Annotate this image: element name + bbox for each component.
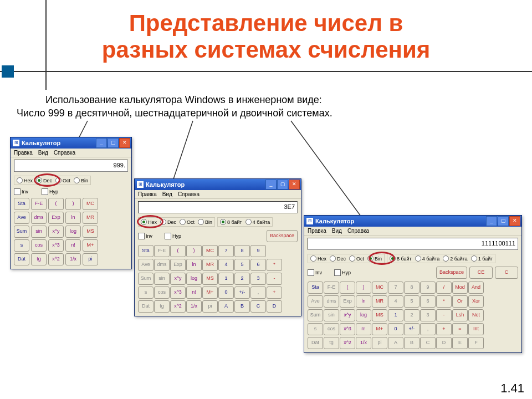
key-mul[interactable]: * (267, 259, 282, 271)
key-exp[interactable]: Exp (48, 212, 64, 224)
key-and[interactable]: And (468, 282, 484, 294)
key-xy[interactable]: x^y (170, 273, 186, 285)
key-x3[interactable]: x^3 (170, 287, 186, 299)
key-nfact[interactable]: n! (356, 323, 371, 335)
key-xy[interactable]: x^y (340, 309, 355, 321)
key-dms[interactable]: dms (154, 259, 170, 271)
radio-4byte[interactable]: 4 байта (415, 255, 440, 262)
key-fe[interactable]: F-E (324, 282, 339, 294)
key-mplus[interactable]: M+ (372, 323, 387, 335)
check-inv[interactable]: Inv (138, 233, 152, 239)
radio-8byte[interactable]: 8 байт (390, 255, 412, 262)
key-log[interactable]: log (356, 309, 371, 321)
maximize-button[interactable]: ▢ (498, 216, 509, 226)
key-dat[interactable]: Dat (308, 337, 323, 349)
key-rparen[interactable]: ) (65, 198, 81, 210)
radio-1byte[interactable]: 1 байт (471, 255, 493, 262)
key-sub[interactable]: - (267, 273, 282, 285)
key-9[interactable]: 9 (250, 245, 266, 257)
radio-bin[interactable]: Bin (74, 177, 88, 183)
radio-dec[interactable]: Dec (160, 219, 176, 225)
key-3[interactable]: 3 (250, 273, 266, 285)
key-pi[interactable]: pi (372, 337, 387, 349)
key-pm[interactable]: +/- (404, 323, 420, 335)
key-exp[interactable]: Exp (170, 259, 186, 271)
key-dms[interactable]: dms (31, 212, 47, 224)
close-button[interactable]: ✕ (509, 216, 520, 226)
menu-help[interactable]: Справка (54, 150, 75, 156)
key-mc[interactable]: MC (372, 282, 387, 294)
key-pi[interactable]: pi (202, 300, 218, 313)
key-ms[interactable]: MS (83, 226, 98, 238)
key-x2[interactable]: x^2 (170, 300, 186, 313)
key-c[interactable]: C (250, 300, 266, 313)
menu-view[interactable]: Вид (162, 191, 172, 197)
key-nfact[interactable]: n! (65, 239, 81, 252)
key-e[interactable]: E (452, 337, 468, 349)
key-4[interactable]: 4 (218, 259, 234, 271)
key-cos[interactable]: cos (31, 239, 47, 252)
key-xy[interactable]: x^y (48, 226, 64, 238)
key-a[interactable]: A (218, 300, 234, 313)
titlebar[interactable]: ⊞ Калькулятор _ ▢ ✕ (135, 179, 301, 190)
key-mplus[interactable]: M+ (83, 239, 98, 252)
key-2[interactable]: 2 (234, 273, 250, 285)
menu-view[interactable]: Вид (38, 150, 48, 156)
key-8[interactable]: 8 (404, 282, 420, 294)
key-log[interactable]: log (65, 226, 81, 238)
key-tg[interactable]: tg (324, 337, 339, 349)
maximize-button[interactable]: ▢ (277, 180, 288, 190)
key-int[interactable]: Int (468, 323, 484, 335)
key-dat[interactable]: Dat (14, 253, 29, 265)
maximize-button[interactable]: ▢ (108, 138, 119, 148)
key-sta[interactable]: Sta (14, 198, 29, 210)
key-rparen[interactable]: ) (356, 282, 371, 294)
key-1[interactable]: 1 (218, 273, 234, 285)
key-f[interactable]: F (468, 337, 484, 349)
check-hyp[interactable]: Hyp (165, 233, 181, 239)
key-x3[interactable]: x^3 (340, 323, 355, 335)
minimize-button[interactable]: _ (486, 216, 497, 226)
key-sin[interactable]: sin (324, 309, 339, 321)
radio-oct[interactable]: Oct (55, 177, 70, 183)
key-ave[interactable]: Ave (308, 295, 323, 308)
radio-oct[interactable]: Oct (180, 219, 195, 225)
key-sum[interactable]: Sum (14, 226, 29, 238)
key-mr[interactable]: MR (83, 212, 98, 224)
key-7[interactable]: 7 (388, 282, 403, 294)
key-b[interactable]: B (234, 300, 250, 313)
key-log[interactable]: log (186, 273, 202, 285)
key-fe[interactable]: F-E (154, 245, 170, 257)
key-rparen[interactable]: ) (186, 245, 202, 257)
menu-edit[interactable]: Правка (308, 228, 326, 234)
key-comma[interactable]: , (250, 287, 266, 299)
radio-bin[interactable]: Bin (198, 219, 212, 225)
key-ms[interactable]: MS (372, 309, 387, 321)
key-comma[interactable]: , (420, 323, 436, 335)
key-fe[interactable]: F-E (31, 198, 47, 210)
key-backspace[interactable]: Backspace (267, 230, 298, 242)
radio-oct[interactable]: Oct (349, 255, 364, 262)
check-inv[interactable]: Inv (308, 269, 322, 276)
key-b[interactable]: B (404, 337, 420, 349)
key-d[interactable]: D (436, 337, 452, 349)
key-div[interactable]: / (436, 282, 452, 294)
key-s[interactable]: s (308, 323, 323, 335)
key-c2[interactable]: C (420, 337, 436, 349)
key-x2[interactable]: x^2 (340, 337, 355, 349)
check-hyp[interactable]: Hyp (42, 188, 58, 195)
key-mul[interactable]: * (436, 295, 452, 308)
key-6[interactable]: 6 (420, 295, 436, 308)
key-a[interactable]: A (388, 337, 403, 349)
key-5[interactable]: 5 (234, 259, 250, 271)
key-lsh[interactable]: Lsh (452, 309, 468, 321)
key-lparen[interactable]: ( (48, 198, 64, 210)
check-inv[interactable]: Inv (14, 188, 28, 195)
key-1x[interactable]: 1/x (186, 300, 202, 313)
key-5[interactable]: 5 (404, 295, 420, 308)
key-d[interactable]: D (267, 300, 282, 313)
minimize-button[interactable]: _ (265, 180, 277, 190)
key-cos[interactable]: cos (324, 323, 339, 335)
key-9[interactable]: 9 (420, 282, 436, 294)
key-mc[interactable]: MC (83, 198, 98, 210)
